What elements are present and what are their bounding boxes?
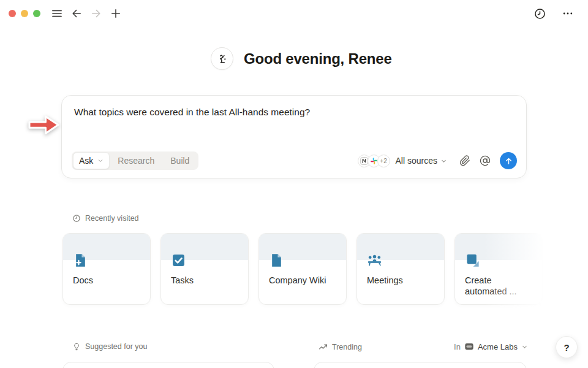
more-options-button[interactable] [560, 6, 576, 21]
traffic-light-minimize[interactable] [21, 10, 28, 17]
traffic-light-close[interactable] [9, 10, 16, 17]
source-chips[interactable]: +2 [358, 155, 390, 167]
arrow-up-icon [504, 156, 513, 166]
composer-input[interactable]: What topics were covered in the last All… [74, 106, 514, 118]
forward-button[interactable] [88, 6, 104, 21]
workspace-selector[interactable]: In Acme Labs [454, 342, 528, 351]
traffic-light-maximize[interactable] [33, 10, 40, 17]
ask-composer[interactable]: What topics were covered in the last All… [61, 95, 527, 178]
trending-card[interactable] [314, 362, 527, 368]
help-label: ? [564, 342, 569, 353]
all-sources-dropdown[interactable]: All sources [396, 156, 447, 166]
workspace-logo-icon [464, 342, 474, 351]
composer-actions: +2 All sources [358, 152, 517, 169]
history-button[interactable] [532, 6, 548, 21]
greeting-header: Good evening, Renee [211, 47, 392, 70]
recent-card-create-automated[interactable]: Create automated ... [454, 233, 543, 305]
document-icon [268, 252, 285, 269]
doc-plus-icon [72, 252, 89, 269]
new-tab-button[interactable] [108, 6, 124, 21]
mode-research-button[interactable]: Research [110, 156, 162, 166]
ai-face-icon [211, 47, 233, 70]
mention-button[interactable] [477, 152, 494, 169]
lightbulb-icon [72, 342, 81, 351]
task-check-icon [170, 252, 187, 269]
at-sign-icon [480, 155, 491, 166]
help-button[interactable]: ? [556, 336, 578, 358]
recent-card-tasks[interactable]: Tasks [160, 233, 249, 305]
clock-icon [72, 214, 81, 223]
recent-card-docs[interactable]: Docs [62, 233, 151, 305]
people-table-icon [366, 252, 383, 269]
chevron-down-icon [97, 158, 104, 164]
mode-switcher: Ask Research Build [72, 151, 198, 170]
recent-card-company-wiki[interactable]: Company Wiki [258, 233, 347, 305]
composer-toolbar: Ask Research Build +2 All sources [72, 151, 517, 170]
attach-file-button[interactable] [456, 152, 473, 169]
back-button[interactable] [69, 6, 85, 21]
trending-up-icon [318, 342, 328, 351]
recent-card-meetings[interactable]: Meetings [356, 233, 445, 305]
mode-build-button[interactable]: Build [162, 156, 197, 166]
recently-visited-header: Recently visited [72, 214, 139, 223]
page-title: Good evening, Renee [244, 50, 392, 67]
submit-button[interactable] [500, 152, 517, 169]
sidebar-menu-button[interactable] [49, 6, 65, 21]
template-icon [464, 252, 481, 269]
clock-icon [533, 7, 546, 20]
suggested-header: Suggested for you [72, 342, 147, 351]
suggested-card[interactable] [62, 362, 274, 368]
annotation-arrow-icon [27, 112, 61, 138]
titlebar [0, 0, 588, 27]
chevron-down-icon [440, 158, 447, 164]
sources-overflow-badge: +2 [377, 155, 390, 167]
hamburger-icon [51, 7, 63, 20]
arrow-right-icon [90, 7, 102, 20]
trending-header: Trending [318, 342, 362, 351]
mode-ask-button[interactable]: Ask [73, 152, 110, 169]
plus-icon [110, 7, 122, 20]
chevron-down-icon [521, 343, 528, 350]
ellipsis-icon [561, 7, 575, 20]
arrow-left-icon [70, 7, 83, 20]
paperclip-icon [459, 155, 470, 166]
